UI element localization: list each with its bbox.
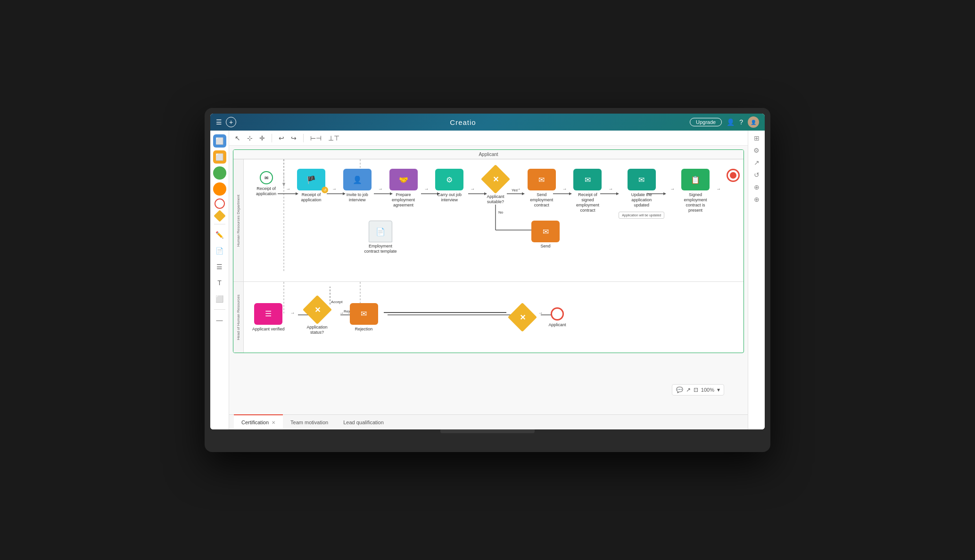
align-h-button[interactable]: ⊢⊣: [309, 133, 322, 143]
frame-tool[interactable]: ⬜: [213, 292, 226, 305]
zoom-dropdown[interactable]: ▾: [717, 387, 720, 393]
sidebar-divider2: [214, 309, 225, 310]
settings-icon[interactable]: ⚙: [753, 147, 760, 154]
add-button[interactable]: +: [226, 117, 236, 127]
receipt-task-node[interactable]: 🏴 ↺ Receipt of application: [296, 169, 326, 203]
applicant-end-node[interactable]: Applicant: [549, 307, 566, 328]
annotation-box: Application will be updated: [619, 212, 664, 219]
fit-icon[interactable]: ⊡: [694, 387, 698, 393]
tab-certification[interactable]: Certification ✕: [234, 414, 283, 429]
properties-icon[interactable]: ⊞: [754, 134, 760, 142]
hr-dept-label: Human Resources Department: [233, 159, 244, 281]
list-tool[interactable]: ☰: [213, 260, 226, 273]
upgrade-button[interactable]: Upgrade: [690, 118, 722, 126]
diamond-tool[interactable]: [214, 210, 225, 222]
export-icon[interactable]: ↗: [754, 159, 760, 166]
carry-out-node[interactable]: ⚙ Carry out job interview: [434, 169, 464, 203]
signed-end-node[interactable]: 📋 Signed employment contract is present: [680, 169, 711, 213]
applicant-verified-node[interactable]: ☰ Applicant verified: [252, 303, 285, 332]
history-icon[interactable]: ↺: [754, 171, 760, 179]
prepare-node[interactable]: 🤝 Prepare employment agreement: [388, 169, 419, 207]
close-tab-certification[interactable]: ✕: [272, 420, 275, 425]
rejection-node[interactable]: ✉ Rejection: [350, 303, 378, 332]
head-hr-lane: Head of Human Resources: [233, 282, 744, 353]
right-sidebar: ⊞ ⚙ ↗ ↺ ⊕ ⊕: [748, 131, 765, 429]
chat-icon[interactable]: 💬: [676, 387, 683, 393]
circle-tool[interactable]: [213, 166, 226, 180]
send-lower-node[interactable]: ✉ Send: [531, 221, 560, 249]
canvas-area[interactable]: Applicant Human Resources Department: [229, 146, 748, 414]
app-title: Creatio: [236, 118, 690, 126]
orange-tool[interactable]: [213, 182, 226, 196]
applicant-suitable-node[interactable]: ✕ Applicant suitable?: [480, 169, 511, 205]
sidebar-divider: [214, 224, 225, 224]
employment-template-node[interactable]: 📄 Employment contract template: [364, 221, 397, 254]
second-diamond-node[interactable]: ✕: [512, 307, 533, 328]
versions-icon[interactable]: ⊕: [754, 183, 760, 191]
zoom-controls: 💬 ↗ ⊡ 100% ▾: [672, 384, 724, 395]
refresh-badge: ↺: [322, 187, 328, 193]
left-sidebar: ⬜ ⬜ ✏️ 📄 ☰ T ⬜ —: [210, 131, 229, 429]
head-hr-label: Head of Human Resources: [233, 282, 244, 353]
cursor-toolbar[interactable]: ↖: [234, 133, 241, 143]
pencil-tool[interactable]: ✏️: [213, 228, 226, 241]
cursor-tool[interactable]: ⬜: [213, 134, 226, 148]
grid-tool[interactable]: ⬜: [213, 150, 226, 164]
top-navigation: ☰ + Creatio Upgrade 👤 ? 👤: [210, 114, 765, 131]
diagram-toolbar: ↖ ⊹ ✛ ↩ ↪ ⊢⊣ ⊥⊤: [229, 131, 748, 146]
receipt-signed-node[interactable]: ✉ Receipt of signed employment contract: [573, 169, 603, 213]
select-toolbar[interactable]: ⊹: [246, 133, 254, 143]
help-icon[interactable]: ?: [739, 118, 743, 126]
user-icon[interactable]: 👤: [727, 118, 735, 126]
menu-icon[interactable]: ☰: [216, 118, 222, 126]
move-toolbar[interactable]: ✛: [258, 133, 266, 143]
share-icon[interactable]: ↗: [686, 387, 691, 393]
toolbar-sep2: [303, 134, 304, 142]
tab-team-motivation[interactable]: Team motivation: [283, 414, 336, 429]
update-app-node[interactable]: ✉ Update the application updated Applica…: [619, 169, 664, 218]
align-v-button[interactable]: ⊥⊤: [327, 133, 340, 143]
avatar[interactable]: 👤: [748, 116, 759, 128]
head-hr-content[interactable]: Reject Accept: [244, 282, 744, 353]
applicant-lane-header: Applicant: [233, 150, 744, 159]
tab-lead-qualification[interactable]: Lead qualification: [336, 414, 391, 429]
invite-node[interactable]: 👤 Invite to job interview: [342, 169, 372, 203]
hr-lane-content[interactable]: Yes: [244, 159, 744, 281]
undo-button[interactable]: ↩: [278, 133, 285, 143]
file-tool[interactable]: 📄: [213, 244, 226, 257]
text-tool[interactable]: T: [213, 276, 226, 289]
app-status-node[interactable]: ✕ Application status?: [301, 299, 334, 335]
zoom-level: 100%: [701, 387, 714, 393]
toolbar-sep1: [272, 134, 272, 142]
swim-lane-container: Applicant Human Resources Department: [233, 149, 744, 353]
redo-button[interactable]: ↪: [290, 133, 297, 143]
bottom-tabs: Certification ✕ Team motivation Lead qua…: [229, 414, 748, 429]
zoom-icon[interactable]: ⊕: [754, 196, 760, 203]
start-node[interactable]: ✉ Receipt of application: [252, 171, 280, 197]
end-node[interactable]: [727, 169, 740, 182]
minus-tool[interactable]: —: [213, 313, 226, 327]
red-circle-tool[interactable]: [215, 198, 225, 209]
send-contract-node[interactable]: ✉ Send employment contract: [527, 169, 557, 207]
